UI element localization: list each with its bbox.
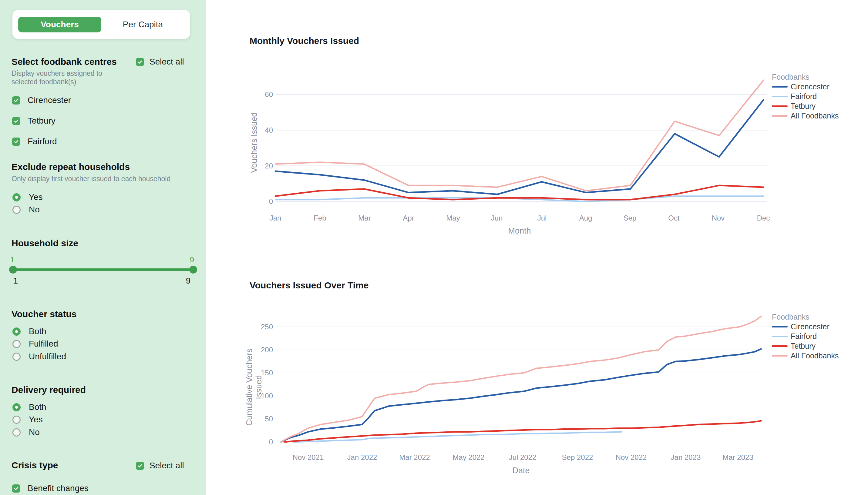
- radio-unselected-icon[interactable]: [13, 206, 21, 214]
- x-tick: May: [441, 214, 465, 222]
- delivery-option-yes[interactable]: Yes: [13, 413, 43, 426]
- legend-label: Fairford: [791, 332, 817, 341]
- x-tick: Jan: [263, 214, 288, 222]
- radio-selected-icon[interactable]: [13, 327, 21, 336]
- radio-unselected-icon[interactable]: [13, 340, 21, 348]
- radio-label: Fulfilled: [29, 339, 58, 349]
- household-size-heading: Household size: [12, 238, 78, 249]
- slider-handle-min[interactable]: [9, 266, 17, 274]
- line-swatch-icon: [772, 326, 788, 327]
- checkbox-checked-icon[interactable]: [12, 117, 20, 125]
- radio-selected-icon[interactable]: [13, 403, 21, 411]
- legend-label: Tetbury: [791, 102, 816, 110]
- legend-item: Fairford: [772, 331, 863, 341]
- x-tick: Apr: [396, 214, 421, 222]
- legend-title: Foodbanks: [772, 312, 863, 322]
- repeat-households-option-no[interactable]: No: [13, 204, 40, 216]
- foodbank-option-tetbury[interactable]: Tetbury: [12, 115, 55, 127]
- crisis-select-all[interactable]: Select all: [136, 460, 184, 472]
- tab-vouchers[interactable]: Vouchers: [18, 17, 101, 32]
- foodbank-section-subtext: Display vouchers assigned to selected fo…: [12, 69, 115, 86]
- x-tick: Mar: [353, 214, 377, 222]
- slider-axis-max: 9: [182, 276, 191, 286]
- x-tick: Sep: [618, 214, 642, 222]
- legend-item: All Foodbanks: [772, 351, 863, 360]
- foodbank-option-cirencester[interactable]: Cirencester: [12, 94, 71, 106]
- line-swatch-icon: [772, 96, 788, 97]
- legend-label: All Foodbanks: [791, 112, 839, 120]
- checkbox-checked-icon[interactable]: [12, 484, 20, 493]
- household-size-slider-track[interactable]: [13, 268, 194, 271]
- x-tick: Dec: [751, 214, 775, 222]
- x-tick: Sep 2022: [559, 453, 596, 462]
- legend-label: Fairford: [791, 92, 817, 101]
- legend-item: Tetbury: [772, 341, 863, 351]
- checkbox-label: Benefit changes: [28, 483, 88, 493]
- chart2-yaxis-title: Cumulative Vouchers Issued: [245, 342, 264, 432]
- select-all-label: Select all: [149, 57, 184, 67]
- legend-item: Cirencester: [772, 82, 863, 91]
- repeat-households-subtext: Only display first voucher issued to eac…: [12, 174, 181, 183]
- legend-label: Tetbury: [791, 342, 816, 351]
- x-tick: Nov: [706, 214, 730, 222]
- monthly-vouchers-chart: [267, 73, 770, 215]
- line-swatch-icon: [772, 105, 788, 107]
- crisis-option-benefit-changes[interactable]: Benefit changes: [12, 482, 88, 494]
- line-swatch-icon: [772, 345, 788, 347]
- filter-sidebar: Vouchers Per Capita Select foodbank cent…: [0, 0, 206, 495]
- x-tick: Nov 2022: [613, 453, 649, 462]
- repeat-households-option-yes[interactable]: Yes: [13, 191, 43, 203]
- x-tick: Jan 2023: [668, 453, 704, 462]
- chart1-title: Monthly Vouchers Issued: [250, 36, 359, 46]
- chart1-yaxis-title: Vouchers Issued: [250, 97, 259, 188]
- checkbox-checked-icon[interactable]: [12, 138, 20, 146]
- legend-label: All Foodbanks: [791, 352, 839, 360]
- x-tick: Aug: [574, 214, 598, 222]
- checkbox-checked-icon[interactable]: [136, 462, 144, 470]
- y-tick: 0: [249, 197, 273, 206]
- voucher-status-option-both[interactable]: Both: [13, 325, 46, 338]
- legend-label: Cirencester: [791, 322, 830, 331]
- voucher-status-option-unfulfilled[interactable]: Unfulfilled: [13, 351, 66, 363]
- chart2-legend: Foodbanks Cirencester Fairford Tetbury A…: [772, 312, 863, 360]
- radio-unselected-icon[interactable]: [13, 416, 21, 424]
- tab-per-capita[interactable]: Per Capita: [101, 17, 184, 32]
- legend-label: Cirencester: [791, 82, 830, 91]
- radio-selected-icon[interactable]: [13, 193, 21, 202]
- radio-label: No: [29, 427, 40, 437]
- radio-label: Yes: [29, 415, 43, 424]
- crisis-heading: Crisis type: [12, 460, 58, 471]
- checkbox-checked-icon[interactable]: [136, 58, 144, 66]
- checkbox-checked-icon[interactable]: [12, 96, 20, 104]
- radio-label: Both: [29, 327, 46, 336]
- foodbank-select-all[interactable]: Select all: [136, 56, 184, 68]
- checkbox-label: Cirencester: [28, 96, 71, 105]
- slider-value-end: 9: [182, 255, 194, 264]
- x-tick: Mar 2023: [720, 453, 756, 462]
- cumulative-vouchers-chart: [267, 315, 783, 451]
- line-swatch-icon: [772, 86, 788, 88]
- radio-label: Both: [29, 402, 46, 412]
- slider-handle-max[interactable]: [189, 266, 197, 274]
- select-all-label: Select all: [149, 461, 184, 471]
- voucher-status-option-fulfilled[interactable]: Fulfilled: [13, 338, 58, 350]
- delivery-option-both[interactable]: Both: [13, 401, 46, 413]
- legend-item: All Foodbanks: [772, 111, 863, 121]
- delivery-heading: Delivery required: [12, 384, 86, 396]
- y-tick: 0: [246, 438, 273, 446]
- radio-label: No: [29, 205, 40, 215]
- delivery-option-no[interactable]: No: [13, 426, 40, 438]
- radio-unselected-icon[interactable]: [13, 428, 21, 437]
- x-tick: Mar 2022: [396, 453, 433, 462]
- radio-unselected-icon[interactable]: [13, 353, 21, 361]
- line-swatch-icon: [772, 115, 788, 117]
- legend-item: Tetbury: [772, 101, 863, 111]
- x-tick: Jul: [530, 214, 554, 222]
- x-tick: Feb: [308, 214, 332, 222]
- x-tick: May 2022: [451, 453, 487, 462]
- voucher-status-heading: Voucher status: [12, 308, 77, 320]
- line-swatch-icon: [772, 336, 788, 337]
- foodbank-option-fairford[interactable]: Fairford: [12, 135, 57, 148]
- checkbox-label: Fairford: [28, 137, 57, 146]
- y-tick: 250: [246, 322, 273, 331]
